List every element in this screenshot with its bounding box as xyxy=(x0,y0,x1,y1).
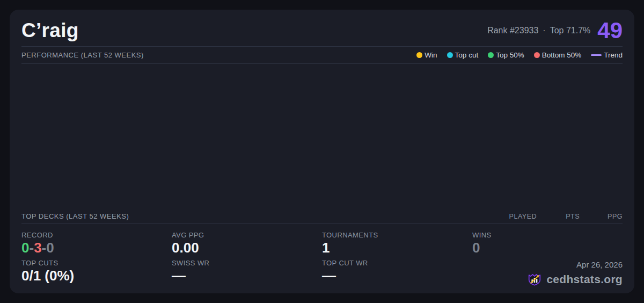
stat-tournaments: TOURNAMENTS 1 xyxy=(322,231,472,259)
win-dot-icon xyxy=(416,52,422,58)
wins-value: 0 xyxy=(472,241,623,255)
column-header-ppg: PPG xyxy=(580,213,623,220)
card-date: Apr 26, 2026 xyxy=(527,260,623,269)
branding-block: Apr 26, 2026 cedhstats.org xyxy=(527,260,623,287)
record-separator: - xyxy=(29,240,34,256)
legend-label: Top cut xyxy=(455,51,479,59)
performance-header-row: PERFORMANCE (LAST 52 WEEKS) Win Top cut … xyxy=(21,47,623,64)
top-50-dot-icon xyxy=(488,52,494,58)
stat-wins: WINS 0 xyxy=(472,231,623,259)
stat-label: RECORD xyxy=(21,231,172,239)
top-cut-wr-value: — xyxy=(322,269,472,283)
legend-item-top-cut: Top cut xyxy=(447,51,479,59)
player-stats-card: C’raig Rank #23933 · Top 71.7% 49 PERFOR… xyxy=(10,10,634,293)
record-value: 0-3-0 xyxy=(21,241,172,255)
rank-line: Rank #23933 · Top 71.7% xyxy=(487,26,590,35)
score-value: 49 xyxy=(597,19,623,42)
chart-legend: Win Top cut Top 50% Bottom 50% Trend xyxy=(416,51,623,59)
stat-label: AVG PPG xyxy=(172,231,322,239)
cedhstats-logo-icon xyxy=(527,272,542,287)
performance-section-title: PERFORMANCE (LAST 52 WEEKS) xyxy=(21,51,144,59)
stat-swiss-wr: SWISS WR — xyxy=(172,259,322,287)
page-title: C’raig xyxy=(21,20,79,42)
stat-top-cuts: TOP CUTS 0/1 (0%) xyxy=(21,259,172,287)
record-separator: - xyxy=(42,240,47,256)
record-draws: 0 xyxy=(46,240,54,256)
top-decks-columns: PLAYED PTS PPG xyxy=(494,213,623,220)
bottom-50-dot-icon xyxy=(534,52,540,58)
record-wins: 0 xyxy=(21,240,29,256)
stat-label: TOP CUTS xyxy=(21,259,172,267)
stat-top-cut-wr: TOP CUT WR — xyxy=(322,259,472,287)
brand-link[interactable]: cedhstats.org xyxy=(527,272,623,287)
avg-ppg-value: 0.00 xyxy=(172,241,322,255)
stat-label: SWISS WR xyxy=(172,259,322,267)
stat-label: WINS xyxy=(472,231,623,239)
stat-avg-ppg: AVG PPG 0.00 xyxy=(172,231,322,259)
legend-label: Trend xyxy=(604,51,623,59)
rank-text: Rank #23933 xyxy=(487,26,538,35)
legend-item-win: Win xyxy=(416,51,437,59)
column-header-pts: PTS xyxy=(537,213,580,220)
top-cuts-value: 0/1 (0%) xyxy=(21,269,172,283)
card-header: C’raig Rank #23933 · Top 71.7% 49 xyxy=(21,19,623,47)
stat-label: TOP CUT WR xyxy=(322,259,472,267)
top-decks-section-title: TOP DECKS (LAST 52 WEEKS) xyxy=(21,212,129,220)
legend-label: Win xyxy=(425,51,437,59)
column-header-played: PLAYED xyxy=(494,213,537,220)
top-decks-header-row: TOP DECKS (LAST 52 WEEKS) PLAYED PTS PPG xyxy=(21,209,623,224)
legend-label: Top 50% xyxy=(496,51,524,59)
rank-separator: · xyxy=(543,26,545,35)
trend-line-icon xyxy=(591,54,602,56)
legend-item-bottom-50: Bottom 50% xyxy=(534,51,582,59)
swiss-wr-value: — xyxy=(172,269,322,283)
legend-label: Bottom 50% xyxy=(542,51,582,59)
stats-grid: RECORD 0-3-0 AVG PPG 0.00 TOURNAMENTS 1 … xyxy=(21,231,623,287)
performance-chart-area xyxy=(21,64,623,209)
brand-name: cedhstats.org xyxy=(546,273,623,286)
legend-item-trend: Trend xyxy=(591,51,623,59)
stat-record: RECORD 0-3-0 xyxy=(21,231,172,259)
legend-item-top-50: Top 50% xyxy=(488,51,524,59)
header-rank-group: Rank #23933 · Top 71.7% 49 xyxy=(487,19,623,42)
tournaments-value: 1 xyxy=(322,241,472,255)
stat-label: TOURNAMENTS xyxy=(322,231,472,239)
top-cut-dot-icon xyxy=(447,52,453,58)
top-percent-text: Top 71.7% xyxy=(550,26,591,35)
record-losses: 3 xyxy=(34,240,41,256)
